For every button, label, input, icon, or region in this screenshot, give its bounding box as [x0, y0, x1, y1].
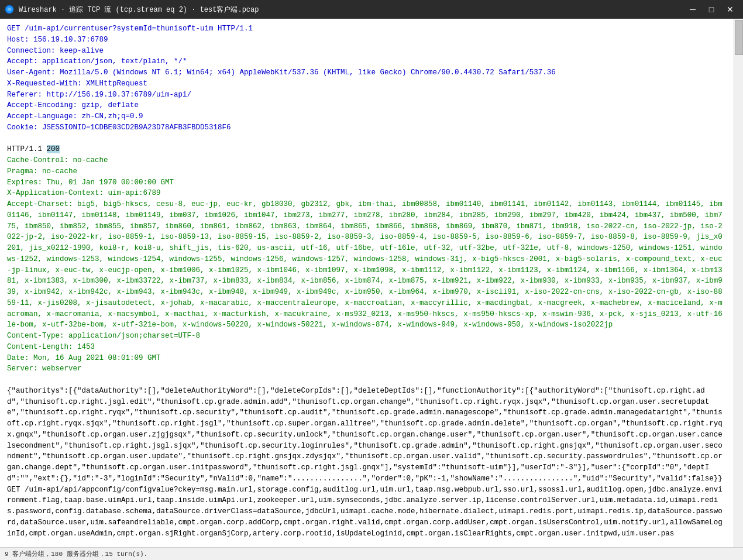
content-line: Cookie: JSESSIONID=1CDBE03CD2B9A23D78AFB…	[7, 122, 727, 133]
status-bar: 9 客户端分组，180 服务器分组，15 turn(s).	[0, 547, 743, 560]
title-bar: Wireshark · 追踪 TCP 流 (tcp.stream eq 2) ·…	[0, 0, 743, 19]
maximize-button[interactable]: □	[703, 4, 720, 15]
title-bar-left: Wireshark · 追踪 TCP 流 (tcp.stream eq 2) ·…	[5, 5, 259, 15]
content-line: Accept-Encoding: gzip, deflate	[7, 100, 727, 111]
text-content[interactable]: GET /uim-api/currentuser?systemId=thunis…	[0, 19, 734, 547]
close-button[interactable]: ✕	[722, 4, 738, 15]
content-line: Date: Mon, 16 Aug 2021 08:01:09 GMT	[7, 353, 727, 364]
main-window: GET /uim-api/currentuser?systemId=thunis…	[0, 19, 743, 560]
content-line: Connection: keep-alive	[7, 46, 727, 57]
app-icon	[5, 5, 14, 14]
content-line: User-Agent: Mozilla/5.0 (Windows NT 6.1;…	[7, 67, 727, 78]
title-bar-controls: ─ □ ✕	[684, 4, 738, 15]
content-line: Content-Type: application/json;charset=U…	[7, 331, 727, 342]
content-line: X-Requested-With: XMLHttpRequest	[7, 78, 727, 90]
content-line: {"authoritys":[{"dataAuthority":[],"dele…	[7, 386, 727, 540]
status-text: 9 客户端分组，180 服务器分组，15 turn(s).	[5, 549, 147, 558]
window-title: Wireshark · 追踪 TCP 流 (tcp.stream eq 2) ·…	[19, 5, 259, 15]
content-line: Accept-Language: zh-CN,zh;q=0.9	[7, 111, 727, 122]
content-line: Server: webserver	[7, 363, 727, 375]
content-line: Referer: http://156.19.10.37:6789/uim-ap…	[7, 90, 727, 101]
content-line: Content-Length: 1453	[7, 342, 727, 353]
content-line: Pragma: no-cache	[7, 166, 727, 177]
content-line: Cache-Control: no-cache	[7, 155, 727, 166]
content-line: HTTP/1.1 200	[7, 144, 727, 155]
content-area: GET /uim-api/currentuser?systemId=thunis…	[0, 19, 743, 547]
scrollbar-thumb[interactable]	[735, 20, 743, 55]
content-line: Expires: Thu, 01 Jan 1970 00:00:00 GMT	[7, 177, 727, 188]
content-line: GET /uim-api/currentuser?systemId=thunis…	[7, 23, 727, 35]
scrollbar-track[interactable]	[734, 19, 743, 547]
minimize-button[interactable]: ─	[684, 4, 701, 15]
content-line: Accept: application/json, text/plain, */…	[7, 56, 727, 67]
content-line: Accept-Charset: big5, big5-hkscs, cesu-8…	[7, 199, 727, 331]
content-line: Host: 156.19.10.37:6789	[7, 35, 727, 46]
content-line: X-Application-Context: uim-api:6789	[7, 188, 727, 199]
